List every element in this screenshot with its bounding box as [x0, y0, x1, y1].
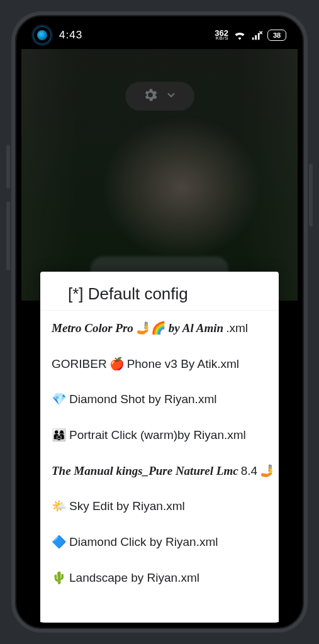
family-icon: 👨‍👩‍👧 [52, 428, 67, 443]
config-list[interactable]: Metro Color Pro 🤳🌈 by Al Amin .xml GORIB… [40, 311, 279, 623]
list-item[interactable]: The Manual kings_Pure Naturel Lmc 8.4 🤳🧍… [40, 453, 279, 489]
power-button [309, 164, 313, 226]
network-speed: 362 KB/S [215, 30, 228, 40]
punch-hole-camera [33, 26, 52, 45]
list-item[interactable]: 🌤️ Sky Edit by Riyan.xml [40, 489, 279, 525]
cactus-icon: 🌵 [52, 570, 67, 586]
list-item[interactable]: 👨‍👩‍👧 Portrait Click (warm)by Riyan.xml [40, 418, 279, 453]
list-item[interactable]: 💎 Diamond Shot by Riyan.xml [40, 382, 279, 418]
selfie-rainbow-icon: 🤳🌈 [136, 321, 166, 336]
list-item[interactable]: GORIBER 🍎 Phone v3 By Atik.xml [40, 347, 279, 382]
volume-up-button [6, 145, 10, 189]
selfie-person-leaf-icon: 🤳🧍🌿 [260, 464, 279, 479]
volume-down-button [6, 201, 10, 270]
chevron-down-icon [165, 89, 177, 104]
wifi-icon [233, 30, 246, 40]
phone-frame: 4:43 362 KB/S 38 [11, 11, 308, 633]
gear-icon [142, 87, 159, 106]
sun-cloud-icon: 🌤️ [52, 499, 67, 514]
diamond-blue-icon: 🔷 [52, 535, 67, 550]
list-item[interactable]: 🔷 Diamond Click by Riyan.xml [40, 525, 279, 560]
list-item[interactable]: Metro Color Pro 🤳🌈 by Al Amin .xml [40, 311, 279, 347]
battery-indicator: 38 [267, 30, 286, 41]
screen: 4:43 362 KB/S 38 [21, 21, 298, 623]
status-bar: 4:43 362 KB/S 38 [21, 21, 298, 49]
clock: 4:43 [59, 29, 82, 42]
config-default-option[interactable]: [*] Default config [40, 272, 279, 313]
signal-x-icon [251, 30, 262, 40]
config-picker-sheet: [*] Default config Metro Color Pro 🤳🌈 by… [40, 272, 279, 623]
apple-icon: 🍎 [109, 357, 125, 372]
settings-pill[interactable] [125, 82, 194, 111]
list-item[interactable]: 🌵 Landscape by Riyan.xml [40, 560, 279, 596]
gem-icon: 💎 [52, 392, 67, 408]
